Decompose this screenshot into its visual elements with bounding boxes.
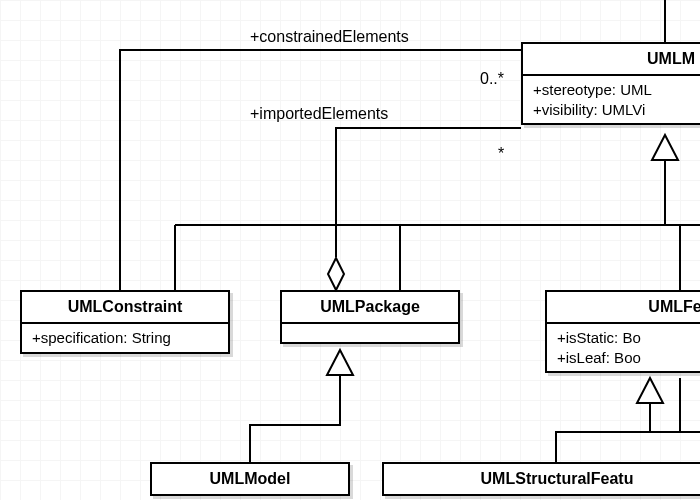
- svg-marker-1: [328, 258, 344, 290]
- attr-row: +stereotype: UML: [533, 80, 700, 100]
- attr-row: +visibility: UMLVi: [533, 100, 700, 120]
- class-title: UMLFe: [547, 292, 700, 324]
- attr-row: +isLeaf: Boo: [557, 348, 700, 368]
- svg-marker-9: [637, 378, 663, 403]
- class-umlconstraint[interactable]: UMLConstraint +specification: String: [20, 290, 230, 354]
- attr-row: +specification: String: [32, 328, 218, 348]
- label-mult-constrained: 0..*: [480, 70, 504, 88]
- class-umlstructuralfeatu[interactable]: UMLStructuralFeatu: [382, 462, 700, 496]
- class-attrs: +isStatic: Bo +isLeaf: Boo: [547, 324, 700, 371]
- class-umlfe[interactable]: UMLFe +isStatic: Bo +isLeaf: Boo: [545, 290, 700, 373]
- attr-row: +isStatic: Bo: [557, 328, 700, 348]
- class-attrs: [282, 324, 458, 342]
- svg-marker-2: [652, 135, 678, 160]
- class-umlmodel[interactable]: UMLModel: [150, 462, 350, 496]
- label-constrained-elements: +constrainedElements: [250, 28, 409, 46]
- class-umlpackage[interactable]: UMLPackage: [280, 290, 460, 344]
- class-title: UMLModel: [152, 464, 348, 494]
- class-title: UMLConstraint: [22, 292, 228, 324]
- class-title: UMLM: [523, 44, 700, 76]
- class-title: UMLStructuralFeatu: [384, 464, 700, 494]
- label-imported-elements: +importedElements: [250, 105, 388, 123]
- label-mult-imported: *: [498, 145, 504, 163]
- class-title: UMLPackage: [282, 292, 458, 324]
- class-attrs: +specification: String: [22, 324, 228, 352]
- class-umlm[interactable]: UMLM +stereotype: UML +visibility: UMLVi: [521, 42, 700, 125]
- class-attrs: +stereotype: UML +visibility: UMLVi: [523, 76, 700, 123]
- svg-marker-8: [327, 350, 353, 375]
